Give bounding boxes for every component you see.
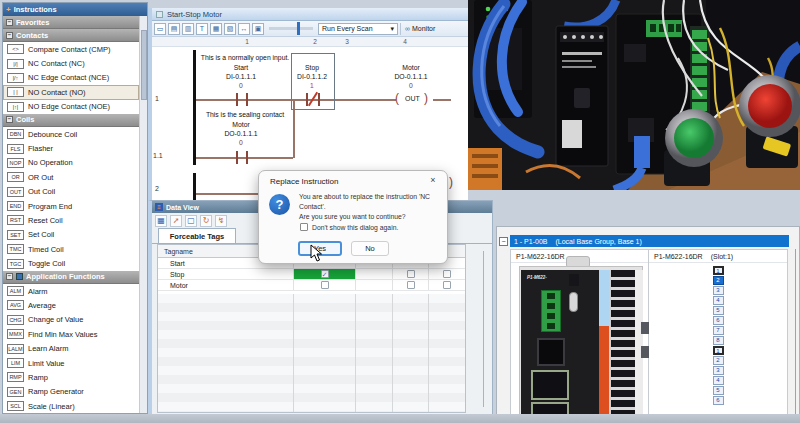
collapse-icon[interactable]: − [6,116,13,123]
aux-cell[interactable] [428,280,465,290]
instruction-or-out[interactable]: OROR Out [3,170,139,184]
task-mode-select[interactable]: Run Every Scan ▾ [318,23,398,35]
io-point-out-4[interactable]: 4 [713,376,724,385]
aux-cell[interactable] [392,269,428,279]
instruction-no-contact-no[interactable]: | |NO Contact (NO) [3,85,139,99]
branch-button[interactable]: ▧ [224,23,236,35]
aux-cell[interactable] [392,280,428,290]
edit-tags-button[interactable]: ➚ [170,215,182,227]
instruction-no-edge-contact-noe[interactable]: |↑|NO Edge Contact (NOE) [3,100,139,114]
add-tags-button[interactable]: ▦ [155,215,167,227]
insert-rung-button[interactable]: ▤ [168,23,180,35]
io-point-out-6[interactable]: 6 [713,396,724,405]
instruction-nc-edge-contact-nce[interactable]: |/↑NC Edge Contact (NCE) [3,71,139,85]
instruction-limit-value[interactable]: LIMLimit Value [3,356,139,370]
io-point-in-7[interactable]: 7 [713,326,724,335]
zoom-slider[interactable] [269,27,313,30]
cpu-slot-panel[interactable]: P1-M622-16DR P1-M622- [510,249,649,422]
seal-contact-symbol[interactable] [246,151,248,164]
section-header-contacts[interactable]: −Contacts [3,29,139,42]
io-point-in-5[interactable]: 5 [713,306,724,315]
collapse-icon[interactable]: − [6,32,13,39]
grid-button[interactable]: ▦ [210,23,222,35]
force-button[interactable]: ↯ [215,215,227,227]
no-contact-symbol[interactable] [236,93,238,106]
nc-contact-symbol[interactable] [318,93,320,106]
io-point-in-1[interactable]: 1 [713,266,724,275]
refresh-button[interactable]: ↻ [200,215,212,227]
section-header-coils[interactable]: −Coils [3,114,139,127]
instruction-ramp[interactable]: RMPRamp [3,370,139,384]
instruction-alarm[interactable]: ALMAlarm [3,284,139,298]
unchecked-checkbox[interactable] [443,281,451,289]
new-rung-button[interactable]: ▭ [154,23,166,35]
force-cell[interactable] [293,280,355,290]
dont-show-checkbox-row[interactable]: Don't show this dialog again. [300,223,398,231]
zoom-slider-thumb[interactable] [297,22,300,35]
instruction-no-operation[interactable]: NOPNo Operation [3,156,139,170]
io-point-in-3[interactable]: 3 [713,286,724,295]
instruction-program-end[interactable]: ENDProgram End [3,199,139,213]
collapse-icon[interactable]: − [6,19,13,26]
io-point-in-8[interactable]: 8 [713,336,724,345]
tag-table[interactable]: Tagname StartStop✓Motor [157,244,466,413]
wire-arrows-button[interactable]: ↔ [238,23,250,35]
scrollbar-thumb[interactable] [141,30,147,100]
instruction-flasher[interactable]: FLSFlasher [3,141,139,155]
instruction-learn-alarm[interactable]: LALMLearn Alarm [3,341,139,355]
io-point-out-2[interactable]: 2 [713,356,724,365]
instruction-find-min-max-values[interactable]: MMXFind Min Max Values [3,327,139,341]
unchecked-checkbox[interactable] [443,270,451,278]
io-point-out-3[interactable]: 3 [713,366,724,375]
monitor-button[interactable]: ∞ Monitor [400,23,435,35]
aux-cell[interactable] [428,269,465,279]
instruction-average[interactable]: AVGAverage [3,298,139,312]
base-group-header[interactable]: 1 - P1-00B (Local Base Group, Base 1) [510,235,789,247]
tab-forceable-tags[interactable]: Forceable Tags [158,228,236,243]
io-point-out-1[interactable]: 1 [713,346,724,355]
delete-rung-button[interactable]: ▥ [182,23,194,35]
instruction-change-of-value[interactable]: CHGChange of Value [3,313,139,327]
instruction-set-coil[interactable]: SETSet Coil [3,228,139,242]
dataview-scrollbar[interactable] [483,251,484,407]
instruction-toggle-coil[interactable]: TGCToggle Coil [3,256,139,270]
close-icon[interactable]: × [427,175,439,185]
io-slot-label: (Slot:1) [711,253,734,260]
instruction-timed-coil[interactable]: TMCTimed Coil [3,242,139,256]
io-point-in-4[interactable]: 4 [713,296,724,305]
instructions-titlebar[interactable]: + Instructions [3,3,147,16]
no-button[interactable]: No [351,241,389,256]
instructions-scrollbar[interactable] [139,16,147,413]
clear-button[interactable]: ▢ [185,215,197,227]
instruction-ramp-generator[interactable]: GENRamp Generator [3,385,139,399]
instruction-debounce-coil[interactable]: DBNDebounce Coil [3,127,139,141]
chevron-down-icon: ▾ [390,25,394,33]
instruction-reset-coil[interactable]: RSTReset Coil [3,213,139,227]
io-point-out-5[interactable]: 5 [713,386,724,395]
collapse-icon[interactable]: − [499,237,508,246]
coil-type-label[interactable]: OUT [405,95,420,102]
seal-contact-symbol[interactable] [236,151,238,164]
unchecked-checkbox[interactable] [407,270,415,278]
zoom-button[interactable]: ▣ [252,23,264,35]
no-contact-symbol[interactable] [246,93,248,106]
instruction-scale-linear[interactable]: SCLScale (Linear) [3,399,139,413]
io-slot-panel[interactable]: P1-M622-16DR (Slot:1) 12345678123456 [649,249,788,422]
unchecked-checkbox[interactable] [407,281,415,289]
force-cell[interactable]: ✓ [293,269,355,279]
instruction-out-coil[interactable]: OUTOut Coil [3,185,139,199]
instruction-nc-contact-nc[interactable]: |/|NC Contact (NC) [3,56,139,70]
table-row-motor[interactable]: Motor [158,280,465,291]
checked-checkbox[interactable]: ✓ [321,270,329,278]
text-comment-button[interactable]: T [196,23,208,35]
io-point-in-2[interactable]: 2 [713,276,724,285]
section-header-application-functions[interactable]: −Application Functions [3,271,139,284]
ladder-titlebar[interactable]: Start-Stop Motor [152,8,468,21]
io-point-in-6[interactable]: 6 [713,316,724,325]
dont-show-checkbox[interactable] [300,223,308,231]
unchecked-checkbox[interactable] [321,281,329,289]
section-header-favorites[interactable]: −Favorites [3,16,139,29]
collapse-icon[interactable]: − [6,273,13,280]
table-row-stop[interactable]: Stop✓ [158,269,465,280]
instruction-compare-contact-cmp[interactable]: <>Compare Contact (CMP) [3,42,139,56]
